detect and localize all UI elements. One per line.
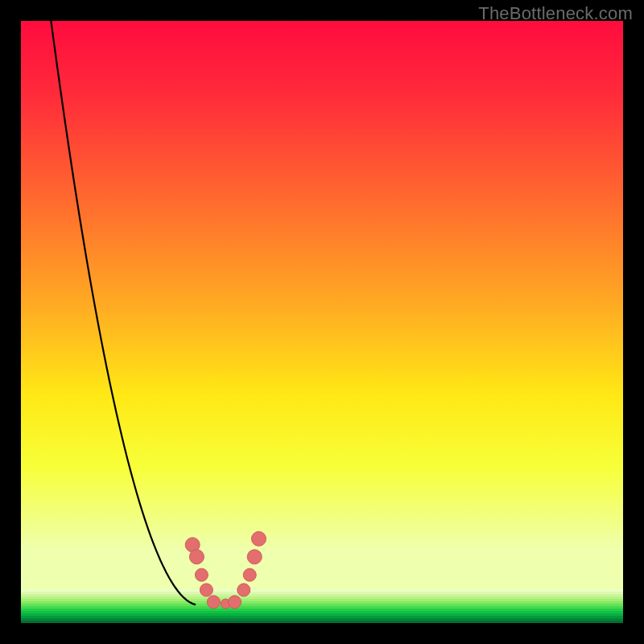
curve-marker [200,584,213,597]
curve-marker [207,596,220,609]
curve-marker [229,596,242,609]
curve-marker [247,550,262,564]
curve-marker [237,584,250,597]
curve-marker [243,568,256,581]
curve-marker [251,531,266,546]
markers-layer [21,21,623,623]
attribution-text: TheBottleneck.com [478,3,633,24]
curve-marker [195,568,208,581]
chart-frame [21,21,623,623]
curve-markers [185,531,266,609]
curve-marker [189,550,204,564]
